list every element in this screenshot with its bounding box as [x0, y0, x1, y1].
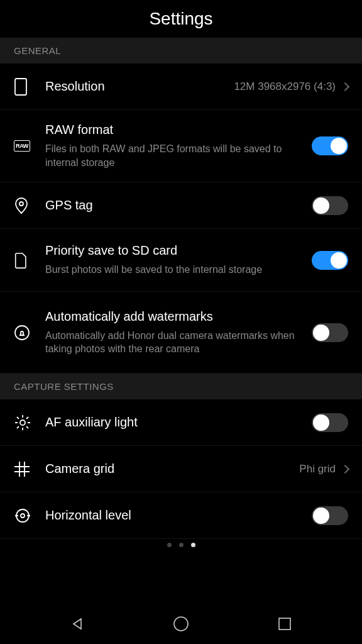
grid-title: Camera grid: [45, 462, 292, 476]
row-watermarks[interactable]: Automatically add watermarks Automatical…: [0, 292, 362, 374]
chevron-right-icon: [341, 82, 349, 91]
level-toggle[interactable]: [312, 506, 348, 525]
svg-point-2: [15, 326, 29, 340]
nav-recent-button[interactable]: [275, 614, 294, 633]
watermark-subtitle: Automatically add Honor dual camera wate…: [45, 329, 304, 356]
row-gps-tag[interactable]: GPS tag: [0, 182, 362, 229]
page-title: Settings: [149, 9, 212, 29]
raw-subtitle: Files in both RAW and JPEG formats will …: [45, 142, 304, 169]
resolution-value: 12M 3968x2976 (4:3): [234, 80, 336, 93]
stamp-icon: [14, 325, 45, 341]
af-title: AF auxiliary light: [45, 415, 304, 430]
svg-point-1: [19, 202, 23, 206]
grid-icon: [14, 461, 45, 477]
row-sd-card[interactable]: Priority save to SD card Burst photos wi…: [0, 229, 362, 292]
row-af-light[interactable]: AF auxiliary light: [0, 399, 362, 446]
raw-toggle[interactable]: [312, 136, 348, 155]
svg-rect-0: [15, 79, 26, 95]
row-raw-format[interactable]: RAW RAW format Files in both RAW and JPE…: [0, 110, 362, 182]
section-capture-header: CAPTURE SETTINGS: [0, 374, 362, 399]
row-camera-grid[interactable]: Camera grid Phi grid: [0, 446, 362, 492]
gps-title: GPS tag: [45, 198, 304, 213]
level-icon: [14, 507, 45, 525]
system-navbar: [0, 604, 362, 644]
row-resolution[interactable]: Resolution 12M 3968x2976 (4:3): [0, 64, 362, 110]
sd-card-icon: [14, 252, 45, 269]
page-dot: [191, 543, 195, 547]
svg-rect-7: [279, 618, 290, 630]
sd-subtitle: Burst photos will be saved to the intern…: [45, 263, 304, 277]
nav-home-button[interactable]: [172, 614, 190, 633]
level-title: Horizontal level: [45, 508, 304, 523]
sun-icon: [14, 414, 45, 431]
watermark-toggle[interactable]: [312, 323, 348, 342]
page-dot: [179, 543, 184, 547]
row-horizontal-level[interactable]: Horizontal level: [0, 492, 362, 539]
resolution-title: Resolution: [45, 79, 226, 94]
raw-title: RAW format: [45, 123, 304, 137]
svg-point-6: [174, 617, 188, 631]
sd-title: Priority save to SD card: [45, 243, 304, 258]
raw-icon: RAW: [14, 140, 45, 152]
page-dot: [167, 543, 172, 547]
watermark-title: Automatically add watermarks: [45, 309, 304, 324]
sd-toggle[interactable]: [312, 251, 348, 270]
chevron-right-icon: [341, 465, 349, 474]
nav-back-button[interactable]: [68, 614, 87, 633]
page-indicator: [0, 539, 362, 551]
resolution-icon: [14, 77, 45, 96]
page-header: Settings: [0, 0, 362, 38]
svg-point-5: [21, 514, 25, 518]
svg-point-3: [20, 420, 25, 425]
gps-toggle[interactable]: [312, 196, 348, 215]
location-pin-icon: [14, 197, 45, 214]
grid-value: Phi grid: [299, 463, 336, 475]
af-toggle[interactable]: [312, 413, 348, 432]
section-general-header: GENERAL: [0, 38, 362, 64]
